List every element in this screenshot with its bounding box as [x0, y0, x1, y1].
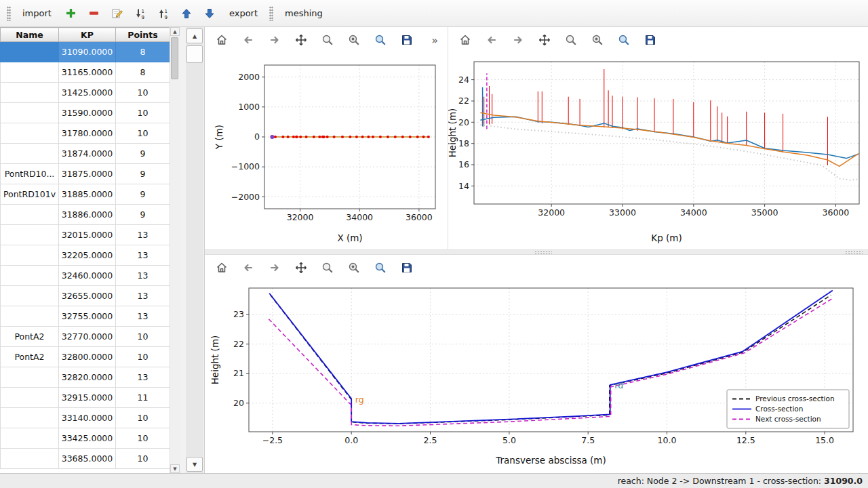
cell-name[interactable] — [1, 428, 59, 449]
cell-kp[interactable]: 31886.0000 — [59, 205, 116, 225]
figure-options-button[interactable] — [344, 258, 364, 278]
zoom-region-button[interactable] — [370, 258, 391, 278]
cell-name[interactable] — [1, 388, 59, 408]
cell-name[interactable] — [1, 103, 59, 123]
plan-view-chart[interactable]: 320003400036000−2000−1000010002000X (m)Y… — [205, 52, 445, 248]
cell-name[interactable] — [1, 266, 59, 286]
cell-name[interactable] — [1, 205, 59, 225]
move-down-button[interactable] — [199, 3, 220, 24]
back-button[interactable] — [481, 30, 502, 50]
table-row[interactable]: 32820.000013 — [1, 367, 170, 388]
table-scrollbar[interactable]: ▲ ▼ — [170, 27, 180, 473]
table-row[interactable]: 31886.00009 — [1, 205, 170, 225]
splitter-grip[interactable] — [534, 251, 552, 254]
cell-kp[interactable]: 31885.0000 — [59, 184, 116, 205]
panel-scrollbar-thumb[interactable] — [186, 45, 203, 63]
forward-button[interactable] — [264, 30, 285, 50]
cell-points[interactable]: 9 — [116, 184, 170, 205]
table-row[interactable]: 31425.000010 — [1, 83, 170, 103]
sort-ascending-button[interactable]: 19 — [130, 3, 151, 24]
cell-name[interactable] — [1, 286, 59, 306]
table-row[interactable]: PontRD10...31875.00009 — [1, 164, 170, 184]
cell-name[interactable] — [1, 225, 59, 245]
cell-points[interactable]: 10 — [116, 83, 170, 103]
toolbar-overflow-chevron[interactable]: » — [431, 34, 441, 47]
cell-name[interactable] — [1, 306, 59, 327]
cell-kp[interactable]: 33425.0000 — [59, 428, 116, 449]
cell-kp[interactable]: 33140.0000 — [59, 408, 116, 428]
cell-kp[interactable]: 31090.0000 — [59, 42, 116, 62]
sort-descending-button[interactable]: 19 — [153, 3, 174, 24]
cell-kp[interactable]: 31165.0000 — [59, 62, 116, 83]
back-button[interactable] — [238, 258, 258, 278]
table-row[interactable]: 32915.000011 — [1, 388, 170, 408]
scrollbar-track[interactable] — [170, 36, 180, 464]
table-row[interactable]: 32655.000013 — [1, 286, 170, 306]
table-row[interactable]: 32015.000013 — [1, 225, 170, 245]
table-row[interactable]: 31590.000010 — [1, 103, 170, 123]
zoom-button[interactable] — [317, 258, 338, 278]
cell-name[interactable]: PontRD101v — [1, 184, 59, 205]
cell-points[interactable]: 9 — [116, 164, 170, 184]
cell-points[interactable]: 10 — [116, 123, 170, 144]
splitter-grip[interactable] — [845, 251, 863, 254]
cell-name[interactable]: PontRD10... — [1, 164, 59, 184]
scroll-down-button[interactable]: ▼ — [170, 464, 180, 473]
toolbar-handle-2[interactable] — [269, 6, 273, 21]
remove-cross-section-button[interactable] — [83, 3, 105, 24]
longitudinal-profile-chart[interactable]: 3200033000340003500036000141618202224Kp … — [448, 52, 867, 248]
cell-name[interactable] — [1, 83, 59, 103]
cell-points[interactable]: 9 — [116, 144, 170, 164]
zoom-region-button[interactable] — [614, 30, 634, 50]
table-row[interactable]: PontA232800.000010 — [1, 347, 170, 367]
save-button[interactable] — [640, 30, 660, 50]
cell-points[interactable]: 9 — [116, 205, 170, 225]
panel-scroll-down-button[interactable]: ▼ — [186, 457, 203, 472]
zoom-button[interactable] — [561, 30, 581, 50]
cell-points[interactable]: 10 — [116, 347, 170, 367]
home-button[interactable] — [212, 30, 232, 50]
cell-points[interactable]: 11 — [116, 388, 170, 408]
pan-button[interactable] — [534, 30, 555, 50]
edit-button[interactable] — [106, 3, 128, 24]
cell-kp[interactable]: 31874.0000 — [59, 144, 116, 164]
column-header-points[interactable]: Points — [116, 28, 170, 42]
home-button[interactable] — [212, 258, 232, 278]
cell-kp[interactable]: 31425.0000 — [59, 83, 116, 103]
cell-kp[interactable]: 32915.0000 — [59, 388, 116, 408]
scrollbar-thumb[interactable] — [171, 37, 178, 79]
scroll-up-button[interactable]: ▲ — [170, 27, 180, 36]
zoom-button[interactable] — [317, 30, 338, 50]
cell-kp[interactable]: 32205.0000 — [59, 245, 116, 266]
cell-name[interactable] — [1, 245, 59, 266]
table-row[interactable]: 32755.000013 — [1, 306, 170, 327]
cell-name[interactable] — [1, 144, 59, 164]
table-row[interactable]: PontRD101v31885.00009 — [1, 184, 170, 205]
cell-name[interactable] — [1, 449, 59, 469]
cell-kp[interactable]: 32460.0000 — [59, 266, 116, 286]
pan-button[interactable] — [291, 258, 311, 278]
figure-options-button[interactable] — [344, 30, 364, 50]
import-button[interactable]: import — [15, 4, 59, 23]
table-row[interactable]: 32460.000013 — [1, 266, 170, 286]
save-button[interactable] — [397, 30, 417, 50]
cell-points[interactable]: 10 — [116, 408, 170, 428]
home-button[interactable] — [455, 30, 475, 50]
meshing-button[interactable]: meshing — [277, 4, 330, 23]
save-button[interactable] — [397, 258, 417, 278]
cell-points[interactable]: 13 — [116, 367, 170, 388]
cell-name[interactable] — [1, 123, 59, 144]
cell-kp[interactable]: 32015.0000 — [59, 225, 116, 245]
cell-kp[interactable]: 32655.0000 — [59, 286, 116, 306]
cell-kp[interactable]: 31780.0000 — [59, 123, 116, 144]
cell-points[interactable]: 13 — [116, 286, 170, 306]
table-row[interactable]: 33685.000010 — [1, 449, 170, 469]
horizontal-splitter[interactable] — [205, 249, 868, 255]
table-row[interactable]: 33140.000010 — [1, 408, 170, 428]
table-row[interactable]: 31090.00008 — [1, 42, 170, 62]
table-row[interactable]: 31780.000010 — [1, 123, 170, 144]
cell-kp[interactable]: 32800.0000 — [59, 347, 116, 367]
cell-points[interactable]: 13 — [116, 225, 170, 245]
table-row[interactable]: 31165.00008 — [1, 62, 170, 83]
cell-kp[interactable]: 31590.0000 — [59, 103, 116, 123]
